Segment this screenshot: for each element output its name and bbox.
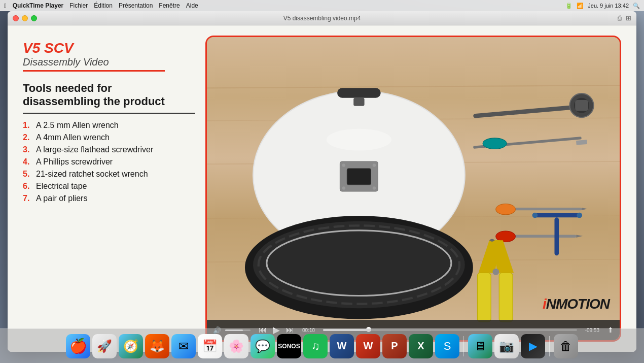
dock-camera[interactable]: 📷 — [494, 334, 519, 358]
svg-point-35 — [577, 213, 582, 218]
svg-rect-29 — [506, 235, 576, 238]
list-item: 7. A pair of pliers — [23, 194, 195, 203]
svg-rect-6 — [337, 88, 381, 97]
titlebar-icon-1[interactable]: ⎙ — [618, 14, 622, 22]
dock: 🍎 🚀 🧭 🦊 ✉ 📅 🌸 💬 SONOS ♫ W W P X S 🖥 📷 ▶ … — [0, 328, 644, 363]
menu-fichier[interactable]: Fichier — [69, 2, 88, 9]
svg-rect-26 — [506, 208, 582, 210]
svg-marker-30 — [576, 235, 583, 238]
dock-safari[interactable]: 🧭 — [119, 334, 143, 358]
menubar-left:  QuickTime Player Fichier Édition Prése… — [4, 2, 558, 10]
video-slide: V5 SCV Disassembly Video Tools needed fo… — [8, 25, 636, 352]
dock-trash[interactable]: 🗑 — [554, 334, 578, 358]
dock-quicktime[interactable]: ▶ — [521, 334, 545, 358]
svg-point-14 — [327, 129, 392, 151]
inmotion-i: i — [543, 296, 546, 312]
dock-finder[interactable]: 🍎 — [66, 334, 90, 358]
fullscreen-button[interactable] — [31, 15, 37, 21]
tool-text-5: 21-sized ratchet socket wrench — [36, 170, 148, 179]
menubar-search[interactable]: 🔍 — [633, 3, 640, 9]
dock-imac[interactable]: 🖥 — [468, 334, 492, 358]
dock-messages[interactable]: 💬 — [251, 334, 275, 358]
dock-launchpad[interactable]: 🚀 — [92, 334, 117, 358]
tools-heading-line1: Tools needed for — [23, 82, 112, 94]
svg-point-13 — [373, 186, 376, 189]
tool-text-4: A Phillips screwdriver — [36, 157, 113, 167]
dock-skype[interactable]: S — [435, 334, 459, 358]
menu-edition[interactable]: Édition — [94, 2, 113, 9]
tool-num-4: 4. — [23, 157, 34, 167]
inmotion-text: NMOTION — [546, 296, 610, 312]
right-panel: iNMOTION 🔊 ⏮ ▶ ⏭ 00:10 — [205, 36, 621, 342]
dock-separator-2 — [549, 336, 550, 356]
dock-excel[interactable]: X — [409, 334, 433, 358]
minimize-button[interactable] — [22, 15, 28, 21]
menu-aide[interactable]: Aide — [186, 2, 198, 9]
svg-point-12 — [342, 186, 345, 189]
tools-heading: Tools needed for disassembling the produ… — [23, 82, 195, 114]
dock-firefox[interactable]: 🦊 — [145, 334, 169, 358]
content-area: V5 SCV Disassembly Video Tools needed fo… — [8, 25, 636, 352]
list-item: 5. 21-sized ratchet socket wrench — [23, 170, 195, 179]
menubar-battery: 🔋 — [565, 3, 573, 9]
tool-num-1: 1. — [23, 121, 34, 130]
tools-list: 1. A 2.5 mm Allen wrench 2. A 4mm Allen … — [23, 121, 195, 203]
close-button[interactable] — [13, 15, 19, 21]
tool-num-7: 7. — [23, 194, 34, 203]
list-item: 1. A 2.5 mm Allen wrench — [23, 121, 195, 130]
left-panel: V5 SCV Disassembly Video Tools needed fo… — [23, 36, 195, 342]
svg-point-11 — [373, 163, 376, 167]
svg-marker-27 — [582, 208, 587, 210]
svg-rect-22 — [575, 100, 588, 111]
dock-sonos[interactable]: SONOS — [277, 334, 301, 358]
quicktime-window: V5 disassembling video.mp4 ⎙ ⊞ V5 SCV Di… — [8, 11, 636, 352]
v5-subtitle: Disassembly Video — [23, 56, 195, 68]
svg-rect-9 — [347, 169, 371, 185]
tool-text-6: Electrical tape — [36, 182, 87, 191]
menubar:  QuickTime Player Fichier Édition Prése… — [0, 0, 644, 11]
list-item: 4. A Phillips screwdriver — [23, 157, 195, 167]
svg-rect-37 — [499, 273, 513, 322]
dock-word2[interactable]: W — [356, 334, 380, 358]
tool-num-6: 6. — [23, 182, 34, 191]
video-frame[interactable]: iNMOTION 🔊 ⏮ ▶ ⏭ 00:10 — [205, 36, 621, 342]
svg-point-34 — [532, 213, 538, 218]
tool-num-2: 2. — [23, 133, 34, 142]
svg-point-25 — [483, 138, 507, 149]
apple-menu[interactable]:  — [4, 2, 7, 10]
app-name[interactable]: QuickTime Player — [13, 2, 64, 9]
traffic-lights — [13, 15, 37, 21]
inmotion-logo: iNMOTION — [543, 296, 610, 312]
svg-point-38 — [492, 269, 499, 275]
dock-mail[interactable]: ✉ — [171, 334, 196, 358]
titlebar-controls: ⎙ ⊞ — [618, 14, 631, 22]
tool-text-1: A 2.5 mm Allen wrench — [36, 121, 119, 130]
svg-rect-32 — [533, 213, 582, 218]
svg-line-0 — [207, 85, 620, 88]
tools-heading-line2: disassembling the product — [23, 95, 165, 108]
dock-powerpoint[interactable]: P — [382, 334, 407, 358]
dock-calendar[interactable]: 📅 — [198, 334, 222, 358]
menu-presentation[interactable]: Présentation — [119, 2, 153, 9]
red-divider — [23, 70, 165, 72]
menu-fenetre[interactable]: Fenêtre — [159, 2, 180, 9]
svg-rect-7 — [353, 98, 364, 106]
dock-photos[interactable]: 🌸 — [224, 334, 248, 358]
dock-separator — [463, 336, 464, 356]
tool-num-3: 3. — [23, 145, 34, 154]
titlebar: V5 disassembling video.mp4 ⎙ ⊞ — [8, 11, 636, 25]
list-item: 6. Electrical tape — [23, 182, 195, 191]
menubar-datetime: Jeu. 9 juin 13:42 — [588, 3, 629, 9]
dock-word[interactable]: W — [330, 334, 354, 358]
titlebar-icon-2[interactable]: ⊞ — [626, 14, 631, 22]
dock-spotify[interactable]: ♫ — [303, 334, 328, 358]
video-content — [207, 37, 620, 340]
svg-point-28 — [496, 204, 516, 214]
tool-text-3: A large-size flathead screwdriver — [36, 145, 153, 154]
list-item: 2. A 4mm Allen wrench — [23, 133, 195, 142]
svg-rect-24 — [576, 140, 587, 145]
v5-title: V5 SCV — [23, 41, 74, 56]
window-title: V5 disassembling video.mp4 — [283, 15, 361, 22]
tool-num-5: 5. — [23, 170, 34, 179]
menubar-wifi: 📶 — [577, 3, 584, 9]
